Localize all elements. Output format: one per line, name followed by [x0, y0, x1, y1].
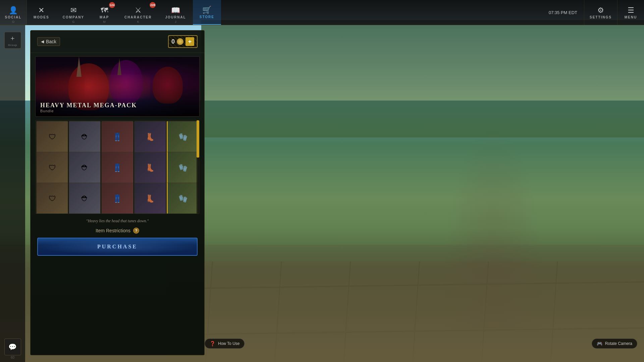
item-cell-4[interactable]: 👢 — [134, 121, 166, 153]
restrictions-label: Item Restrictions — [96, 228, 130, 233]
menu-icon: ☰ — [628, 6, 634, 15]
character-badge: 228 — [150, 2, 156, 8]
panel-footer: "Heavy lies the head that tunes down." I… — [31, 214, 204, 260]
item-quote: "Heavy lies the head that tunes down." — [37, 219, 198, 224]
journal-icon: 📖 — [171, 6, 180, 15]
items-grid: 🛡 ⛑ 👖 👢 🧤 🛡 ⛑ 👖 — [36, 120, 199, 214]
nav-settings[interactable]: ⚙ SETTINGS — [584, 0, 617, 25]
nav-character[interactable]: 228 ⚔ CHARACTER K — [118, 0, 158, 25]
how-to-use-label: How To Use — [218, 341, 239, 346]
nav-store[interactable]: 🛒 STORE — [193, 0, 221, 25]
bundle-name: HEAVY METAL MEGA-PACK — [40, 102, 195, 109]
map-icon: 🗺 — [101, 6, 108, 15]
bundle-title-overlay: HEAVY METAL MEGA-PACK Bundle — [36, 99, 199, 116]
item-cell-11[interactable]: 🛡 — [36, 183, 68, 214]
scrollbar-thumb[interactable] — [197, 120, 199, 158]
group-button[interactable]: + Group — [4, 32, 21, 49]
add-currency-button[interactable]: + — [185, 37, 194, 46]
company-icon: ✉ — [70, 6, 76, 15]
plus-icon: + — [188, 38, 192, 45]
restrictions-row: Item Restrictions ? — [37, 228, 198, 234]
back-button[interactable]: ◀ Back — [37, 37, 60, 46]
currency-display: 0 + — [168, 35, 198, 48]
chat-button[interactable]: 💬 — [4, 339, 21, 355]
panel-header: ◀ Back 0 + — [31, 31, 204, 53]
store-icon: 🛒 — [202, 6, 211, 14]
group-plus-icon: + — [10, 34, 14, 43]
nav-menu[interactable]: ☰ MENU — [617, 0, 644, 25]
items-grid-container: 🛡 ⛑ 👖 👢 🧤 🛡 ⛑ 👖 — [35, 120, 200, 214]
company-label: COMPANY — [63, 15, 84, 19]
chat-icon: 💬 — [8, 343, 17, 351]
map-label: MAP — [100, 15, 109, 19]
time-display: 07:35 PM EDT — [542, 0, 584, 25]
modes-icon: ✕ — [38, 6, 44, 15]
rotate-camera-hint: 🎮 Rotate Camera — [592, 339, 637, 349]
nav-map[interactable]: 124 🗺 MAP M — [91, 0, 118, 25]
item-cell-7[interactable]: ⛑ — [69, 152, 101, 184]
company-hotkey: G — [72, 20, 74, 23]
item-cell-12[interactable]: ⛑ — [69, 183, 101, 214]
character-hotkey: K — [137, 20, 139, 23]
how-to-use-hint[interactable]: ❓ How To Use — [205, 339, 245, 349]
restrictions-help-icon[interactable]: ? — [133, 228, 139, 234]
item-cell-6[interactable]: 🛡 — [36, 152, 68, 184]
purchase-label: PURCHASE — [97, 244, 138, 249]
menu-label: MENU — [625, 15, 637, 19]
item-cell-5[interactable]: 🧤 — [167, 121, 199, 153]
item-cell-15[interactable]: 🧤 — [167, 183, 199, 214]
rotate-camera-label: Rotate Camera — [605, 341, 632, 346]
item-cell-13[interactable]: 👖 — [101, 183, 133, 214]
group-label: Group — [8, 44, 17, 47]
currency-icon — [177, 38, 183, 45]
back-chevron-icon: ◀ — [41, 39, 44, 44]
social-hotkey: O — [12, 20, 14, 23]
clock-time: 07:35 PM EDT — [549, 10, 577, 15]
social-label: SOCIAL — [5, 15, 22, 19]
currency-amount: 0 — [171, 38, 175, 45]
bundle-type: Bundle — [40, 109, 195, 113]
journal-hotkey: J — [175, 20, 176, 23]
left-sidebar: + Group 💬 60 — [0, 25, 25, 362]
item-cell-10[interactable]: 🧤 — [167, 152, 199, 184]
nav-journal[interactable]: 📖 JOURNAL J — [158, 0, 193, 25]
rotate-camera-icon: 🎮 — [597, 341, 602, 346]
item-cell-1[interactable]: 🛡 — [36, 121, 68, 153]
social-icon: 👤 — [9, 6, 18, 15]
back-label: Back — [46, 39, 56, 44]
item-cell-2[interactable]: ⛑ — [69, 121, 101, 153]
hint-question-icon: ❓ — [210, 341, 215, 346]
item-cell-14[interactable]: 👢 — [134, 183, 166, 214]
level-number: 60 — [0, 356, 25, 359]
store-label: STORE — [200, 15, 214, 19]
character-label: CHARACTER — [124, 15, 152, 19]
item-cell-9[interactable]: 👢 — [134, 152, 166, 184]
settings-icon: ⚙ — [597, 6, 604, 15]
modes-label: MODES — [34, 15, 49, 19]
journal-label: JOURNAL — [165, 15, 186, 19]
bundle-image-area: HEAVY METAL MEGA-PACK Bundle — [35, 56, 200, 117]
purchase-button[interactable]: PURCHASE — [37, 238, 198, 256]
nav-company[interactable]: ✉ COMPANY G — [56, 0, 91, 25]
map-hotkey: M — [103, 20, 106, 23]
map-badge: 124 — [109, 2, 115, 8]
nav-modes[interactable]: ✕ MODES — [27, 0, 56, 25]
settings-label: SETTINGS — [590, 15, 612, 19]
items-grid-scrollbar[interactable] — [197, 120, 199, 214]
character-icon: ⚔ — [135, 6, 142, 15]
top-navigation: 👤 SOCIAL O ✕ MODES ✉ COMPANY G 124 🗺 MAP… — [0, 0, 644, 25]
item-cell-3[interactable]: 👖 — [101, 121, 133, 153]
store-panel: ◀ Back 0 + HEAVY — [30, 30, 205, 355]
nav-social[interactable]: 👤 SOCIAL O — [0, 0, 27, 25]
item-cell-8[interactable]: 👖 — [101, 152, 133, 184]
